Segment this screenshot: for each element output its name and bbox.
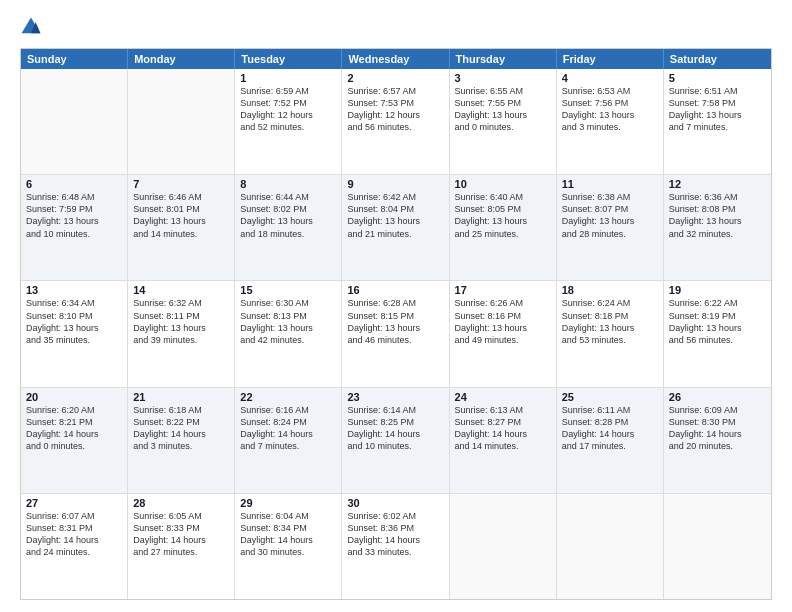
cell-info-line: Sunrise: 6:09 AM: [669, 404, 766, 416]
cell-info-line: and 25 minutes.: [455, 228, 551, 240]
calendar-cell: [21, 69, 128, 174]
cell-info-line: Sunset: 8:36 PM: [347, 522, 443, 534]
cell-info-line: Sunset: 8:01 PM: [133, 203, 229, 215]
cell-info-line: Sunset: 8:08 PM: [669, 203, 766, 215]
cell-info-line: Daylight: 13 hours: [133, 215, 229, 227]
cell-info-line: Sunrise: 6:14 AM: [347, 404, 443, 416]
cell-info-line: Sunrise: 6:57 AM: [347, 85, 443, 97]
cell-info-line: Daylight: 13 hours: [347, 215, 443, 227]
day-number: 2: [347, 72, 443, 84]
calendar-cell: 30Sunrise: 6:02 AMSunset: 8:36 PMDayligh…: [342, 494, 449, 599]
cell-info-line: Sunset: 8:19 PM: [669, 310, 766, 322]
calendar-cell: 18Sunrise: 6:24 AMSunset: 8:18 PMDayligh…: [557, 281, 664, 386]
day-number: 23: [347, 391, 443, 403]
cell-info-line: Sunset: 8:11 PM: [133, 310, 229, 322]
cell-info-line: and 56 minutes.: [347, 121, 443, 133]
page: SundayMondayTuesdayWednesdayThursdayFrid…: [0, 0, 792, 612]
calendar-cell: 7Sunrise: 6:46 AMSunset: 8:01 PMDaylight…: [128, 175, 235, 280]
cell-info-line: Sunset: 8:05 PM: [455, 203, 551, 215]
cell-info-line: Sunrise: 6:59 AM: [240, 85, 336, 97]
cell-info-line: Daylight: 13 hours: [562, 322, 658, 334]
cell-info-line: Daylight: 13 hours: [26, 215, 122, 227]
cell-info-line: and 53 minutes.: [562, 334, 658, 346]
cell-info-line: Daylight: 14 hours: [347, 428, 443, 440]
cell-info-line: Sunset: 7:52 PM: [240, 97, 336, 109]
day-number: 22: [240, 391, 336, 403]
cell-info-line: and 14 minutes.: [133, 228, 229, 240]
cell-info-line: Daylight: 13 hours: [562, 215, 658, 227]
calendar-cell: [128, 69, 235, 174]
cell-info-line: Sunrise: 6:51 AM: [669, 85, 766, 97]
cell-info-line: Sunset: 7:56 PM: [562, 97, 658, 109]
day-number: 21: [133, 391, 229, 403]
cell-info-line: Daylight: 13 hours: [669, 322, 766, 334]
day-number: 25: [562, 391, 658, 403]
cell-info-line: Sunset: 8:31 PM: [26, 522, 122, 534]
cell-info-line: Daylight: 14 hours: [26, 534, 122, 546]
day-number: 8: [240, 178, 336, 190]
header-day-friday: Friday: [557, 49, 664, 69]
cell-info-line: Sunrise: 6:13 AM: [455, 404, 551, 416]
cell-info-line: Daylight: 13 hours: [347, 322, 443, 334]
cell-info-line: Sunrise: 6:22 AM: [669, 297, 766, 309]
cell-info-line: Sunset: 8:07 PM: [562, 203, 658, 215]
cell-info-line: and 28 minutes.: [562, 228, 658, 240]
cell-info-line: Sunset: 8:10 PM: [26, 310, 122, 322]
cell-info-line: and 49 minutes.: [455, 334, 551, 346]
cell-info-line: Sunrise: 6:53 AM: [562, 85, 658, 97]
cell-info-line: and 7 minutes.: [240, 440, 336, 452]
cell-info-line: Sunrise: 6:32 AM: [133, 297, 229, 309]
calendar-cell: 2Sunrise: 6:57 AMSunset: 7:53 PMDaylight…: [342, 69, 449, 174]
cell-info-line: Sunset: 8:33 PM: [133, 522, 229, 534]
cell-info-line: and 33 minutes.: [347, 546, 443, 558]
day-number: 28: [133, 497, 229, 509]
header-day-thursday: Thursday: [450, 49, 557, 69]
calendar-body: 1Sunrise: 6:59 AMSunset: 7:52 PMDaylight…: [21, 69, 771, 599]
cell-info-line: and 21 minutes.: [347, 228, 443, 240]
cell-info-line: and 56 minutes.: [669, 334, 766, 346]
logo-icon: [20, 16, 42, 38]
cell-info-line: Daylight: 14 hours: [133, 534, 229, 546]
cell-info-line: Sunrise: 6:26 AM: [455, 297, 551, 309]
day-number: 19: [669, 284, 766, 296]
calendar-row-2: 6Sunrise: 6:48 AMSunset: 7:59 PMDaylight…: [21, 174, 771, 280]
header-day-monday: Monday: [128, 49, 235, 69]
cell-info-line: Sunrise: 6:34 AM: [26, 297, 122, 309]
day-number: 27: [26, 497, 122, 509]
cell-info-line: Daylight: 13 hours: [240, 215, 336, 227]
cell-info-line: and 10 minutes.: [26, 228, 122, 240]
cell-info-line: Daylight: 14 hours: [240, 534, 336, 546]
calendar-row-3: 13Sunrise: 6:34 AMSunset: 8:10 PMDayligh…: [21, 280, 771, 386]
calendar-cell: 4Sunrise: 6:53 AMSunset: 7:56 PMDaylight…: [557, 69, 664, 174]
cell-info-line: Sunset: 7:55 PM: [455, 97, 551, 109]
cell-info-line: and 18 minutes.: [240, 228, 336, 240]
calendar-cell: 3Sunrise: 6:55 AMSunset: 7:55 PMDaylight…: [450, 69, 557, 174]
cell-info-line: Sunset: 8:34 PM: [240, 522, 336, 534]
calendar-row-5: 27Sunrise: 6:07 AMSunset: 8:31 PMDayligh…: [21, 493, 771, 599]
day-number: 11: [562, 178, 658, 190]
calendar-cell: [557, 494, 664, 599]
header: [20, 16, 772, 38]
day-number: 7: [133, 178, 229, 190]
cell-info-line: Daylight: 12 hours: [347, 109, 443, 121]
cell-info-line: Sunrise: 6:11 AM: [562, 404, 658, 416]
cell-info-line: Sunset: 7:59 PM: [26, 203, 122, 215]
cell-info-line: and 20 minutes.: [669, 440, 766, 452]
day-number: 16: [347, 284, 443, 296]
calendar-cell: 14Sunrise: 6:32 AMSunset: 8:11 PMDayligh…: [128, 281, 235, 386]
calendar-row-4: 20Sunrise: 6:20 AMSunset: 8:21 PMDayligh…: [21, 387, 771, 493]
calendar-row-1: 1Sunrise: 6:59 AMSunset: 7:52 PMDaylight…: [21, 69, 771, 174]
cell-info-line: Sunset: 8:16 PM: [455, 310, 551, 322]
cell-info-line: and 3 minutes.: [133, 440, 229, 452]
cell-info-line: and 39 minutes.: [133, 334, 229, 346]
cell-info-line: Sunrise: 6:48 AM: [26, 191, 122, 203]
calendar-cell: 5Sunrise: 6:51 AMSunset: 7:58 PMDaylight…: [664, 69, 771, 174]
calendar-header: SundayMondayTuesdayWednesdayThursdayFrid…: [21, 49, 771, 69]
header-day-tuesday: Tuesday: [235, 49, 342, 69]
calendar-cell: 8Sunrise: 6:44 AMSunset: 8:02 PMDaylight…: [235, 175, 342, 280]
cell-info-line: and 3 minutes.: [562, 121, 658, 133]
cell-info-line: Sunset: 8:21 PM: [26, 416, 122, 428]
cell-info-line: Sunrise: 6:05 AM: [133, 510, 229, 522]
calendar-cell: 9Sunrise: 6:42 AMSunset: 8:04 PMDaylight…: [342, 175, 449, 280]
calendar-cell: 27Sunrise: 6:07 AMSunset: 8:31 PMDayligh…: [21, 494, 128, 599]
